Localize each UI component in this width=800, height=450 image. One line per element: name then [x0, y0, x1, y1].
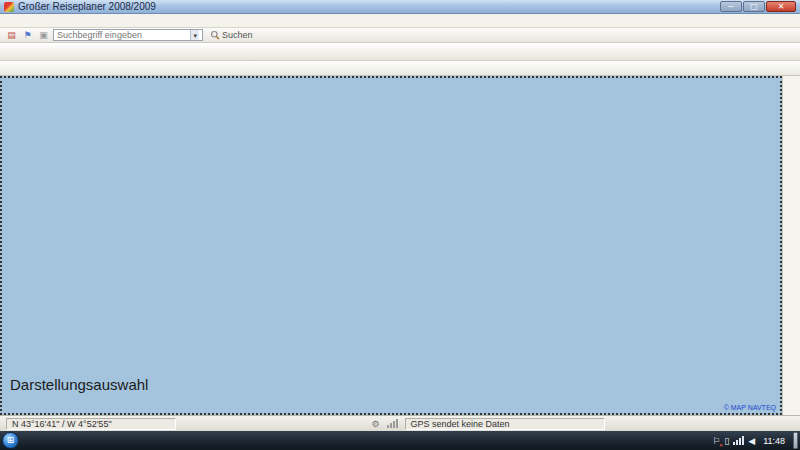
action-center-icon[interactable]: ⚐: [712, 436, 720, 446]
tools-icon[interactable]: ⚙: [371, 419, 379, 429]
taskbar-clock[interactable]: 11:48: [758, 436, 790, 446]
minimize-button[interactable]: ─: [720, 1, 742, 12]
search-dropdown-caret[interactable]: ▾: [190, 30, 199, 40]
coordinates-display: N 43°16'41" / W 4°52'55": [6, 418, 176, 430]
layer-rail: [782, 76, 800, 415]
show-desktop-button[interactable]: [793, 432, 798, 449]
app-icon: [4, 2, 14, 12]
window-title: Großer Reiseplaner 2008/2009: [18, 1, 716, 12]
taskbar: ⊞ ⚐ ▯ ◀ 11:48: [0, 431, 800, 450]
search-input[interactable]: Suchbegriff eingeben ▾: [53, 29, 203, 41]
quick-route-icon[interactable]: ▤: [5, 29, 18, 41]
volume-icon[interactable]: ◀: [748, 436, 755, 446]
quick-print-icon[interactable]: ▣: [37, 29, 50, 41]
map-toolbar: [0, 61, 800, 76]
search-button[interactable]: Suchen: [206, 30, 257, 40]
title-bar: Großer Reiseplaner 2008/2009 ─ ▢ ✕: [0, 0, 800, 14]
search-bar: ▤ ⚑ ▣ Suchbegriff eingeben ▾ Suchen: [0, 28, 800, 43]
close-button[interactable]: ✕: [766, 1, 796, 12]
network-icon[interactable]: [733, 436, 744, 445]
start-button[interactable]: ⊞: [2, 432, 19, 449]
battery-icon[interactable]: ▯: [724, 436, 729, 446]
gps-signal-icon: [387, 419, 398, 428]
menu-bar: [0, 14, 800, 28]
quick-address-icon[interactable]: ⚑: [21, 29, 34, 41]
search-placeholder: Suchbegriff eingeben: [57, 30, 142, 40]
gps-status: GPS sendet keine Daten: [405, 418, 605, 430]
map-area: Darstellungsauswahl © MAP NAVTEQ: [0, 76, 800, 415]
system-tray: ⚐ ▯ ◀: [712, 436, 755, 446]
application-window: Großer Reiseplaner 2008/2009 ─ ▢ ✕ ▤ ⚑ ▣…: [0, 0, 800, 450]
map-canvas[interactable]: [2, 78, 780, 413]
main-toolbar: [0, 43, 800, 61]
maximize-button[interactable]: ▢: [743, 1, 765, 12]
status-bar: N 43°16'41" / W 4°52'55" ⚙ GPS sendet ke…: [0, 415, 800, 431]
map-selection-frame: Darstellungsauswahl © MAP NAVTEQ: [0, 76, 782, 415]
search-icon: [210, 30, 220, 40]
